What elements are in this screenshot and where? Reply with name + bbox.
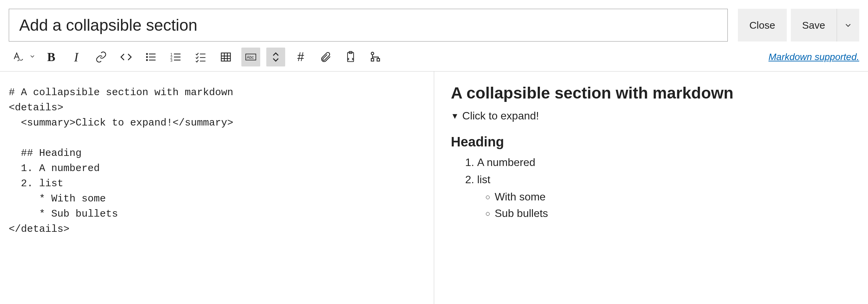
preview-title: A collapsible section with markdown <box>451 84 853 102</box>
numbered-list-icon: 1 2 3 <box>170 51 182 63</box>
formatting-toolbar: B I 1 2 3 <box>9 48 385 66</box>
clipboard-code-button[interactable] <box>341 48 360 66</box>
svg-point-24 <box>371 52 374 55</box>
bold-button[interactable]: B <box>42 48 61 66</box>
bold-icon: B <box>47 50 55 64</box>
yaml-pipeline-button[interactable] <box>366 48 385 66</box>
text-style-dropdown[interactable] <box>29 53 36 61</box>
list-item: A numbered <box>477 156 853 169</box>
hash-icon: # <box>297 50 304 64</box>
abc-highlight-button[interactable]: Abc <box>241 48 260 66</box>
svg-rect-25 <box>371 59 374 61</box>
preview-sub-list: With some Sub bullets <box>477 191 853 220</box>
preview-pane: A collapsible section with markdown ▼ Cl… <box>434 72 860 304</box>
editor-pane[interactable]: # A collapsible section with markdown <d… <box>9 72 434 304</box>
link-icon <box>95 51 107 63</box>
list-item: Sub bullets <box>495 207 853 220</box>
table-button[interactable] <box>216 48 235 66</box>
close-button[interactable]: Close <box>738 9 787 42</box>
svg-point-4 <box>147 60 148 61</box>
code-icon <box>120 51 132 63</box>
collapsible-section-button[interactable] <box>266 48 285 66</box>
checklist-icon <box>195 51 207 63</box>
expand-collapse-icon <box>270 51 282 63</box>
text-style-button[interactable] <box>9 48 28 66</box>
summary-text: Click to expand! <box>462 110 539 122</box>
italic-icon: I <box>74 50 79 64</box>
svg-rect-15 <box>221 53 231 61</box>
preview-heading: Heading <box>451 134 853 149</box>
chevron-down-icon <box>29 53 36 60</box>
paperclip-icon <box>320 51 332 63</box>
list-item-text: list <box>477 173 490 186</box>
svg-text:3: 3 <box>171 58 173 62</box>
list-item: list With some Sub bullets <box>477 173 853 220</box>
save-dropdown-button[interactable] <box>837 9 859 42</box>
bullet-list-icon <box>145 51 157 63</box>
italic-button[interactable]: I <box>67 48 86 66</box>
bullet-list-button[interactable] <box>142 48 160 66</box>
attachment-button[interactable] <box>316 48 335 66</box>
svg-rect-22 <box>348 53 354 62</box>
collapsible-summary[interactable]: ▼ Click to expand! <box>451 110 853 122</box>
code-button[interactable] <box>117 48 136 66</box>
save-button[interactable]: Save <box>791 9 837 42</box>
numbered-list-button[interactable]: 1 2 3 <box>167 48 185 66</box>
hierarchy-icon <box>369 51 382 63</box>
svg-point-0 <box>147 54 148 55</box>
list-item: With some <box>495 191 853 203</box>
markdown-supported-link[interactable]: Markdown supported. <box>769 52 859 62</box>
text-style-icon <box>12 51 24 63</box>
mention-button[interactable]: # <box>291 48 310 66</box>
svg-rect-26 <box>377 59 380 61</box>
chevron-down-icon <box>844 21 852 30</box>
triangle-down-icon: ▼ <box>451 111 459 121</box>
checklist-button[interactable] <box>191 48 210 66</box>
clipboard-code-icon <box>345 51 357 63</box>
abc-icon: Abc <box>245 51 257 63</box>
svg-point-2 <box>147 57 148 58</box>
preview-ordered-list: A numbered list With some Sub bullets <box>451 156 853 220</box>
link-button[interactable] <box>92 48 111 66</box>
svg-text:Abc: Abc <box>247 55 254 60</box>
title-input[interactable] <box>9 9 728 42</box>
table-icon <box>220 51 232 63</box>
markdown-editor[interactable]: # A collapsible section with markdown <d… <box>9 85 427 237</box>
